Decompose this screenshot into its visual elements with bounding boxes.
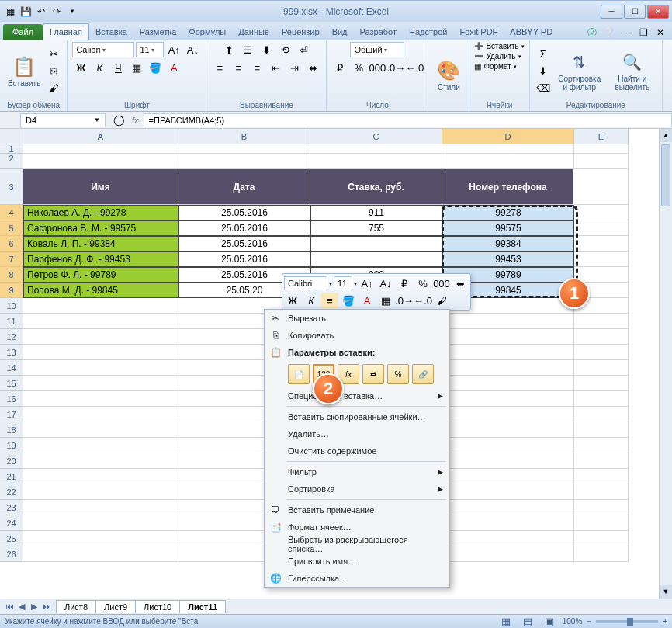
- help-icon[interactable]: ❔: [602, 26, 616, 40]
- align-center-icon[interactable]: ≡: [230, 60, 247, 75]
- cell-rate[interactable]: [310, 236, 442, 252]
- col-header-d[interactable]: D: [442, 129, 574, 144]
- fx-icon[interactable]: fx: [132, 116, 139, 125]
- ctx-insert-copied[interactable]: Вставить скопированные ячейки…: [265, 408, 449, 425]
- increase-decimal-icon[interactable]: .0→: [387, 60, 404, 75]
- cell-rate[interactable]: 911: [310, 205, 442, 220]
- view-layout-icon[interactable]: ▤: [519, 614, 536, 629]
- increase-font-icon[interactable]: A↑: [165, 42, 182, 57]
- percent-icon[interactable]: %: [350, 60, 367, 75]
- tab-view[interactable]: Вид: [326, 24, 354, 40]
- row-header[interactable]: 22: [0, 484, 23, 500]
- col-header-a[interactable]: A: [23, 129, 178, 144]
- mini-border-icon[interactable]: ▦: [377, 293, 394, 308]
- mini-align-icon[interactable]: ≡: [321, 293, 338, 308]
- insert-cells-button[interactable]: Вставить: [486, 42, 518, 50]
- ctx-hyperlink[interactable]: 🌐Гиперссылка…: [265, 570, 449, 587]
- paste-button[interactable]: 📋 Вставить: [5, 53, 43, 89]
- mini-fontcolor-icon[interactable]: A: [359, 293, 376, 308]
- zoom-level[interactable]: 100%: [563, 617, 583, 626]
- sheet-nav-last-icon[interactable]: ⏭: [40, 602, 53, 612]
- align-top-icon[interactable]: ⬆: [220, 42, 237, 57]
- mini-painter-icon[interactable]: 🖌: [433, 293, 450, 308]
- mini-fill-icon[interactable]: 🪣: [340, 293, 357, 308]
- header-phone[interactable]: Номер телефона: [442, 169, 574, 205]
- row-header[interactable]: 11: [0, 314, 23, 329]
- cell-date[interactable]: 25.05.2016: [178, 205, 310, 220]
- cell-name[interactable]: Парфенов Д. Ф. - 99453: [23, 252, 178, 267]
- clear-icon[interactable]: ⌫: [535, 80, 552, 95]
- sheet-nav-first-icon[interactable]: ⏮: [3, 602, 16, 612]
- fx-circle-icon[interactable]: ◯: [110, 113, 127, 128]
- row-header[interactable]: 24: [0, 515, 23, 531]
- cell-date[interactable]: 25.05.2016: [178, 220, 310, 236]
- merge-icon[interactable]: ⬌: [304, 60, 321, 75]
- currency-icon[interactable]: ₽: [331, 60, 348, 75]
- ctx-format-cells[interactable]: 📑Формат ячеек…: [265, 519, 449, 536]
- minimize-button[interactable]: ─: [601, 5, 622, 19]
- mini-percent-icon[interactable]: %: [414, 276, 431, 291]
- mini-size-combo[interactable]: 11: [334, 276, 352, 290]
- row-header[interactable]: 21: [0, 469, 23, 484]
- orientation-icon[interactable]: ⟲: [276, 42, 293, 57]
- ctx-comment[interactable]: 🗨Вставить примечание: [265, 501, 449, 519]
- cell-phone[interactable]: 99384: [442, 236, 574, 252]
- decrease-decimal-icon[interactable]: ←.0: [406, 60, 423, 75]
- mini-inc-dec-icon[interactable]: .0→: [396, 293, 413, 308]
- autosum-icon[interactable]: Σ: [535, 46, 552, 61]
- tab-review[interactable]: Рецензир: [275, 24, 326, 40]
- align-middle-icon[interactable]: ☰: [239, 42, 256, 57]
- tab-addins[interactable]: Надстрой: [403, 24, 453, 40]
- align-left-icon[interactable]: ≡: [211, 60, 228, 75]
- row-header[interactable]: 14: [0, 360, 23, 376]
- ctx-sort[interactable]: Сортировка▶: [265, 481, 449, 498]
- paste-formatting-icon[interactable]: %: [387, 364, 409, 384]
- sheet-tab[interactable]: Лист10: [135, 600, 180, 613]
- close-button[interactable]: ✕: [647, 5, 669, 19]
- col-header-c[interactable]: C: [310, 129, 442, 144]
- format-cells-button[interactable]: Формат: [483, 62, 511, 71]
- increase-indent-icon[interactable]: ⇥: [286, 60, 303, 75]
- header-name[interactable]: Имя: [23, 169, 178, 205]
- decrease-font-icon[interactable]: A↓: [184, 42, 201, 57]
- mini-dec-dec-icon[interactable]: ←.0: [414, 293, 431, 308]
- align-right-icon[interactable]: ≡: [248, 60, 265, 75]
- cell-rate[interactable]: [310, 252, 442, 267]
- format-painter-icon[interactable]: 🖌: [45, 80, 62, 95]
- col-header-b[interactable]: B: [178, 129, 310, 144]
- paste-transpose-icon[interactable]: ⇄: [362, 364, 384, 384]
- ctx-cut[interactable]: ✂Вырезать: [265, 310, 449, 327]
- view-normal-icon[interactable]: ▦: [497, 614, 514, 629]
- row-header[interactable]: 26: [0, 546, 23, 562]
- name-box[interactable]: D4 ▼: [20, 113, 106, 127]
- mini-grow-icon[interactable]: A↑: [359, 276, 376, 291]
- cell-phone[interactable]: 99453: [442, 252, 574, 267]
- mini-font-combo[interactable]: Calibri: [284, 276, 327, 290]
- cell-name[interactable]: Коваль Л. П. - 99384: [23, 236, 178, 252]
- mini-bold-icon[interactable]: Ж: [284, 293, 301, 308]
- row-header[interactable]: 25: [0, 531, 23, 546]
- row-header[interactable]: 20: [0, 453, 23, 469]
- find-select-button[interactable]: 🔍 Найти и выделить: [608, 48, 657, 93]
- ctx-dropdown[interactable]: Выбрать из раскрывающегося списка…: [265, 536, 449, 553]
- row-header[interactable]: 23: [0, 500, 23, 515]
- border-icon[interactable]: ▦: [128, 60, 145, 75]
- doc-min-icon[interactable]: ─: [619, 26, 633, 40]
- redo-icon[interactable]: ↷: [50, 5, 64, 19]
- ctx-copy[interactable]: ⎘Копировать: [265, 327, 449, 344]
- tab-home[interactable]: Главная: [43, 23, 89, 40]
- maximize-button[interactable]: ☐: [624, 5, 646, 19]
- tab-file[interactable]: Файл: [3, 24, 43, 40]
- scroll-down-icon[interactable]: ▼: [660, 585, 672, 599]
- header-date[interactable]: Дата: [178, 169, 310, 205]
- cell-phone[interactable]: 99278: [442, 205, 574, 220]
- tab-data[interactable]: Данные: [232, 24, 275, 40]
- ctx-filter[interactable]: Фильтр▶: [265, 463, 449, 481]
- cell-rate[interactable]: 755: [310, 220, 442, 236]
- fill-color-icon[interactable]: 🪣: [147, 60, 164, 75]
- number-format-combo[interactable]: Общий▾: [350, 42, 404, 57]
- cell-name[interactable]: Попова М. Д. - 99845: [23, 283, 178, 298]
- tab-insert[interactable]: Вставка: [89, 24, 133, 40]
- tab-layout[interactable]: Разметка: [133, 24, 183, 40]
- row-header[interactable]: 4: [0, 205, 23, 220]
